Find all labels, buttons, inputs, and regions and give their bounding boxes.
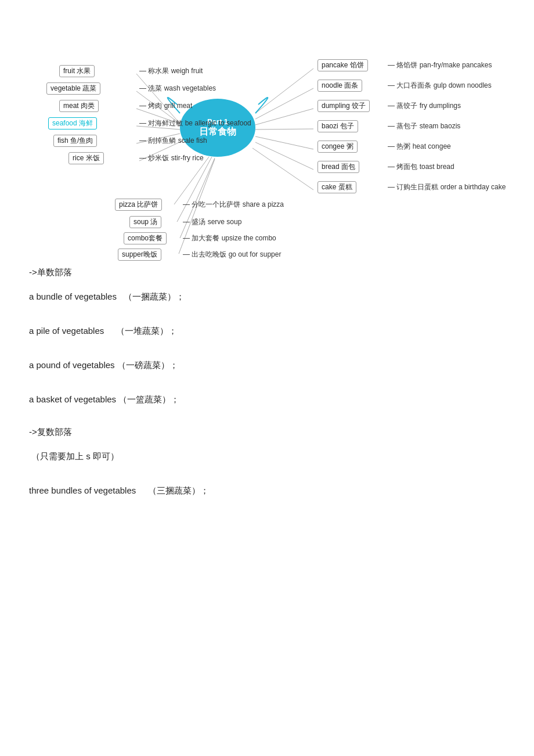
desc-seafood: — 对海鲜过敏 be allergic to seafood (139, 118, 251, 128)
svg-line-8 (255, 109, 313, 125)
section1-header: ->单数部落 (29, 267, 511, 278)
desc-fish: — 刮掉鱼鳞 scale fish (139, 136, 207, 146)
svg-line-10 (255, 136, 313, 149)
desc-supper: — 出去吃晚饭 go out for supper (183, 250, 281, 260)
leaf-seafood: seafood 海鲜 (48, 117, 97, 129)
desc-congee: — 热粥 heat congee (388, 142, 451, 152)
leaf-dumpling: dumpling 饺子 (317, 100, 370, 112)
desc-bread: — 烤面包 toast bread (388, 162, 454, 172)
line-pile-english: a pile of vegetables (29, 326, 104, 336)
line-bundle-chinese: （一捆蔬菜） (124, 291, 176, 301)
line-pile-chinese: （一堆蔬菜） (116, 326, 168, 336)
line-pound-chinese: （一磅蔬菜） (117, 360, 169, 370)
line-pound-english: a pound of vegetables (29, 360, 115, 370)
desc-combo: — 加大套餐 upsize the combo (183, 233, 276, 243)
leaf-baozi: baozi 包子 (317, 120, 358, 132)
line-basket-chinese: （一篮蔬菜） (118, 394, 171, 404)
desc-baozi: — 蒸包子 steam baozis (388, 121, 460, 131)
leaf-rice: rice 米饭 (68, 152, 104, 164)
mindmap-section: Part 1 日常食物 fruit 水果 — 称水果 weigh fruit v… (23, 17, 522, 250)
line-three-bundles: three bundles of vegetables （三捆蔬菜）； (29, 484, 511, 498)
leaf-congee: congee 粥 (317, 141, 358, 153)
line-pound: a pound of vegetables （一磅蔬菜）； (29, 358, 511, 372)
leaf-fruit: fruit 水果 (59, 65, 95, 77)
desc-meat: — 烤肉 grill meat (139, 101, 192, 111)
leaf-bread: bread 面包 (317, 161, 359, 173)
content-section: ->单数部落 a bundle of vegetables （一捆蔬菜）； a … (23, 267, 511, 498)
desc-dumpling: — 蒸饺子 fry dumplings (388, 101, 461, 111)
note-text: （只需要加上 s 即可） (31, 451, 119, 461)
line-three-bundles-chinese: （三捆蔬菜） (148, 485, 200, 495)
leaf-fish: fish 鱼/鱼肉 (53, 135, 97, 147)
svg-line-13 (174, 157, 209, 204)
svg-line-12 (252, 148, 313, 190)
desc-pizza: — 分吃一个比萨饼 share a pizza (183, 200, 284, 210)
line-basket: a basket of vegetables （一篮蔬菜）； (29, 393, 511, 406)
section2-header: ->复数部落 (29, 427, 511, 438)
leaf-meat: meat 肉类 (59, 100, 99, 112)
line-basket-english: a basket of vegetables (29, 394, 116, 404)
desc-rice: — 炒米饭 stir-fry rice (139, 153, 204, 163)
desc-fruit: — 称水果 weigh fruit (139, 66, 203, 76)
leaf-combo: combo套餐 (124, 232, 167, 244)
leaf-cake: cake 蛋糕 (317, 181, 356, 193)
desc-noodle: — 大口吞面条 gulp down noodles (388, 81, 492, 91)
svg-line-9 (255, 129, 313, 129)
desc-pancake: — 烙馅饼 pan-fry/make pancakes (388, 60, 492, 70)
line-pile: a pile of vegetables （一堆蔬菜）； (29, 324, 511, 338)
line-bundle: a bundle of vegetables （一捆蔬菜）； (29, 290, 511, 304)
leaf-noodle: noodle 面条 (317, 80, 362, 92)
leaf-vegetable: vegetable 蔬菜 (46, 82, 100, 95)
leaf-soup: soup 汤 (129, 216, 161, 228)
svg-line-6 (255, 69, 313, 113)
mindmap-svg (23, 17, 522, 250)
desc-soup: — 盛汤 serve soup (183, 217, 241, 227)
leaf-pizza: pizza 比萨饼 (115, 199, 162, 211)
line-three-bundles-english: three bundles of vegetables (29, 485, 136, 495)
desc-cake: — 订购生日蛋糕 order a birthday cake (388, 182, 506, 192)
note-line: （只需要加上 s 即可） (29, 449, 511, 463)
desc-vegetable: — 洗菜 wash vegetables (139, 84, 216, 93)
line-bundle-english: a bundle of vegetables (29, 291, 117, 301)
leaf-pancake: pancake 馅饼 (317, 59, 368, 71)
leaf-supper: supper晚饭 (118, 249, 161, 261)
